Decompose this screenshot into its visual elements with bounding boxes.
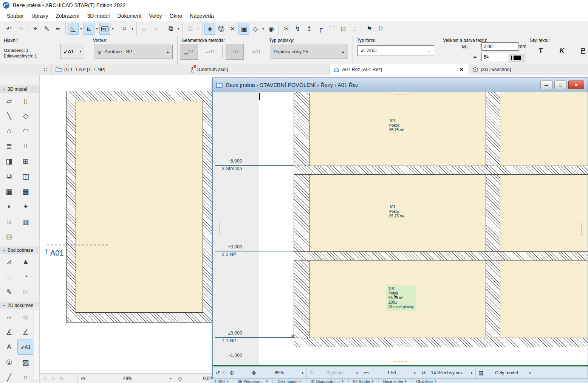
morph-tool[interactable]: ◗ [1,199,17,214]
menu-okno[interactable]: Okno [166,12,186,20]
zoom-in-icon[interactable]: ⊕ [229,370,234,376]
wall-tool[interactable]: ▱ [1,93,17,108]
menu-n-pov-da[interactable]: Nápověda [186,12,218,20]
navigator-popup-button[interactable]: ∷ [40,64,51,75]
italic-button[interactable]: K [556,47,568,55]
scale-dropdown-icon[interactable]: ▸ [414,371,416,375]
bold-button[interactable]: T [534,47,547,55]
close-button[interactable]: ✕ [568,81,584,89]
fill-tool[interactable]: ▨ [17,355,34,370]
font-combobox[interactable]: ✔ Arial ⌄ [357,45,434,56]
section-line[interactable] [47,245,108,245]
intersect-icon[interactable]: ┌ [315,23,326,35]
guide-lines-dropdown-icon[interactable]: ▾ [79,27,83,31]
coordinate-input-icon[interactable]: xy: [99,23,110,35]
3d-cutaway-icon[interactable]: ◇ [250,23,261,35]
flag-options-icon[interactable]: ⚐ [375,23,386,35]
tab-3d[interactable]: [3D / všechno] [469,64,588,75]
story-level-line[interactable] [215,251,294,251]
fasten-icon[interactable]: ✕ [227,23,238,35]
geometry-method-2[interactable]: ↙A1 [201,44,219,60]
section-limit-line[interactable] [213,365,588,366]
angle-dimension-tool[interactable]: ∠ [17,324,34,340]
section-range-mark-right[interactable] [581,223,582,235]
inject-parameters-icon[interactable]: ✒ [53,23,63,35]
beam-tool[interactable]: ╲ [1,108,17,123]
pen-set-dropdown-icon[interactable]: ▸ [356,371,358,375]
toolbox-section-bod-zobraze[interactable]: ▾Bod zobraze [0,247,39,254]
adjust-icon[interactable]: ↯ [292,23,303,35]
dimension-tool[interactable]: ↔ [1,309,17,324]
menu-zobrazen[interactable]: Zobrazení [52,12,84,20]
toolbox-section-3d-model[interactable]: ▾3D model [0,85,39,93]
section-range-mark-left[interactable] [219,223,220,235]
undo-view-icon[interactable]: ↺ [215,370,220,376]
window-tool[interactable]: ⊞ [17,154,34,169]
line-tool[interactable]: ╱ [1,370,17,383]
zone-stamp[interactable]: 101Pokoj65,75 m²Z001Obecné plochy [386,285,416,311]
orientation-icon[interactable]: ◉ [266,23,277,35]
text-size-input[interactable] [481,42,518,51]
tab-action-center[interactable]: [Centrum akcí] [186,64,330,75]
section-view[interactable]: +6,0003 Střecha+3,0002 2.NP±0,0001 1.NP-… [213,92,588,366]
scroll-down-icon[interactable]: ˅ [35,379,37,382]
zoom-dropdown-icon[interactable]: ▸ [302,371,304,375]
current-tool-dropdown[interactable]: ▾ [77,44,84,59]
model-filter-value[interactable]: Celý model [486,370,527,375]
detail-tool[interactable]: ◔ [17,269,34,284]
underline-button[interactable]: P [577,47,588,55]
label-type-selector[interactable]: Popiska zóny 25 ▸ [270,45,348,59]
zone-stamp[interactable]: 101Pokoj65,75 m² [389,119,424,132]
section-tool[interactable]: ⊿ [1,254,17,269]
zoom-fit-icon[interactable]: ⊜ [252,370,256,376]
undo-icon[interactable]: ↶ [3,23,14,35]
layer-selector[interactable]: ⊙ Anotace - SP ▸ [94,45,173,59]
zone-stamp[interactable]: 101Pokoj65,75 m² [389,205,424,219]
quick-option-chyb-j-c[interactable]: Chybějící▸ [412,379,442,383]
section-window-titlebar[interactable]: Beze jména › STAVEBNÍ POVOLENÍ › Řezy › … [213,78,588,92]
current-tool-button[interactable]: ↙A1 [60,44,77,59]
menu-soubor[interactable]: Soubor [3,12,28,20]
zoom-level[interactable]: 48% [89,376,166,381]
story-level-line[interactable] [215,165,294,166]
tab-close-icon[interactable]: ✖ [458,67,465,72]
curtain-wall-tool[interactable]: ▥ [17,214,34,229]
trace-reference-icon[interactable]: ⧉ [165,23,176,35]
ground-slab[interactable] [294,338,588,347]
railing-tool[interactable]: ⌗ [17,138,34,154]
skylight-tool[interactable]: ⧉ [1,169,17,184]
elevate-icon[interactable]: ↥ [303,23,314,35]
quick-option-01-standardn[interactable]: 01 Standardní ...▸ [306,379,349,383]
pen-set-value[interactable]: Chybějící [317,370,354,375]
elevation-tool[interactable]: ▲ [17,254,34,269]
tab-plan[interactable]: (!) 1. 1.NP [1. 1.NP] [51,64,186,75]
pickup-parameters-icon[interactable]: ✎ [41,23,52,35]
change-tool[interactable]: ① [1,355,17,370]
scale-value[interactable]: 1:50 [371,370,412,375]
fillet-icon[interactable]: ⌒ [326,23,337,35]
model-dropdown-icon[interactable]: ▸ [529,371,531,375]
guide-lines-icon[interactable]: ◺ [68,23,79,35]
resize-icon[interactable]: ⊡ [337,23,348,35]
opening-tool[interactable]: ◫ [17,169,34,184]
section-range-mark-top[interactable] [394,95,407,95]
restore-button[interactable]: ▢ [554,81,566,89]
menu-pravy[interactable]: Úpravy [28,12,52,20]
layer-combination-value[interactable]: 14 Všechny vrs... [428,370,468,375]
section-wall-middle[interactable] [486,92,500,337]
section-marker-arrow-icon[interactable]: ↑ [44,246,49,256]
floor-slab-2[interactable] [294,251,588,261]
quick-option-1-100[interactable]: 1:100▸ [210,379,233,383]
circle-tool[interactable]: ○ [17,370,34,383]
geometry-method-4[interactable]: ⇗A1 [247,44,265,60]
virtual-ruler-icon[interactable]: ⑫ [216,23,227,35]
worksheet-tool[interactable]: ✎ [1,284,17,299]
layers-dropdown-icon[interactable]: ▸ [471,371,473,375]
plan-room-fill[interactable] [76,101,203,313]
roof-tool[interactable]: ⌂ [1,123,17,138]
coordinate-input-dropdown-icon[interactable]: ▾ [111,27,115,31]
zoom-dropdown-icon[interactable]: ▸ [170,377,172,380]
object-tool[interactable]: ✦ [17,199,34,214]
radial-dimension-tool[interactable]: ∡ [1,324,17,340]
mesh-tool[interactable]: ▦ [17,184,34,199]
